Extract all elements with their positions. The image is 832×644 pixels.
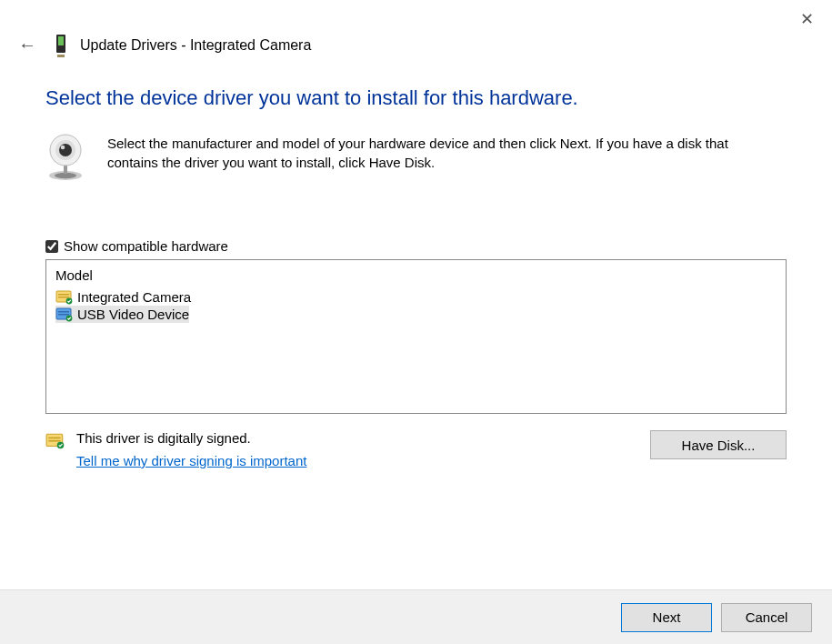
model-item-label: Integrated Camera bbox=[77, 289, 191, 305]
model-item-integrated-camera[interactable]: Integrated Camera bbox=[55, 288, 191, 306]
show-compatible-checkbox[interactable]: Show compatible hardware bbox=[45, 238, 787, 254]
signed-status-text: This driver is digitally signed. bbox=[76, 430, 306, 446]
have-disk-button[interactable]: Have Disk... bbox=[650, 430, 787, 459]
certificate-icon bbox=[55, 307, 74, 322]
svg-rect-12 bbox=[58, 297, 69, 298]
show-compatible-checkbox-input[interactable] bbox=[45, 240, 58, 253]
page-heading: Select the device driver you want to ins… bbox=[45, 86, 787, 110]
window-title: Update Drivers - Integrated Camera bbox=[80, 37, 311, 54]
svg-point-8 bbox=[59, 144, 72, 156]
model-item-usb-video-device[interactable]: USB Video Device bbox=[55, 306, 189, 323]
close-icon[interactable]: ✕ bbox=[793, 5, 821, 33]
back-arrow-icon[interactable]: ← bbox=[13, 31, 42, 59]
model-column-header: Model bbox=[55, 266, 777, 285]
svg-rect-19 bbox=[48, 438, 60, 439]
certificate-icon bbox=[45, 433, 64, 448]
svg-rect-20 bbox=[48, 440, 60, 442]
svg-rect-2 bbox=[57, 55, 65, 57]
svg-rect-11 bbox=[58, 294, 69, 296]
webcam-icon bbox=[45, 134, 85, 184]
model-item-label: USB Video Device bbox=[77, 307, 189, 322]
next-button[interactable]: Next bbox=[621, 603, 712, 632]
svg-rect-15 bbox=[58, 311, 69, 313]
svg-rect-1 bbox=[58, 36, 64, 45]
svg-point-9 bbox=[61, 146, 65, 150]
certificate-icon bbox=[55, 290, 74, 305]
device-icon bbox=[55, 33, 67, 58]
model-listbox[interactable]: Model Integrated Camera bbox=[45, 259, 787, 414]
svg-rect-16 bbox=[58, 314, 69, 316]
cancel-button[interactable]: Cancel bbox=[721, 603, 812, 632]
instruction-text: Select the manufacturer and model of you… bbox=[107, 134, 780, 172]
signing-importance-link[interactable]: Tell me why driver signing is important bbox=[76, 453, 306, 468]
show-compatible-label: Show compatible hardware bbox=[64, 238, 228, 254]
